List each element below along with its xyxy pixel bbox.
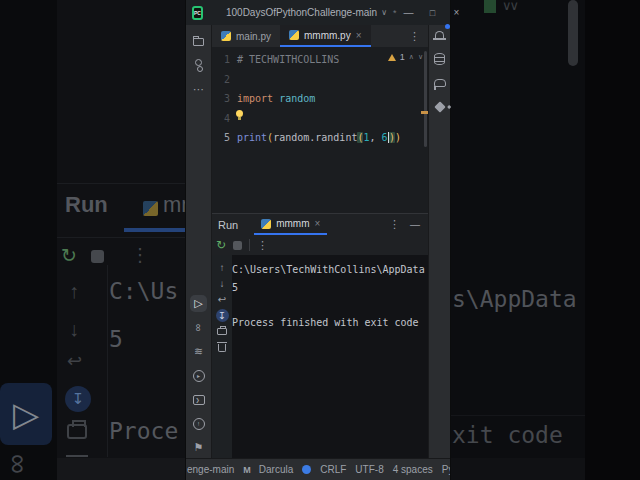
notifications-button[interactable] bbox=[431, 26, 448, 43]
line-number: 1 bbox=[212, 50, 230, 70]
todo-flag-icon: ⚑ bbox=[194, 441, 204, 454]
services-icon: ▸ bbox=[193, 370, 205, 382]
tab-mmmm-py[interactable]: mmmm.py × bbox=[280, 25, 371, 47]
python-icon bbox=[143, 201, 158, 216]
code-token: , bbox=[370, 132, 382, 143]
more-options-icon: ⋮ bbox=[131, 244, 149, 266]
editor-tab-bar: main.py mmmm.py × ⋮ bbox=[212, 25, 428, 47]
services-tool-button[interactable]: ▸ bbox=[190, 367, 207, 384]
database-tool-button[interactable] bbox=[431, 50, 448, 67]
problems-tool-button[interactable]: ! bbox=[190, 415, 207, 432]
python-file-icon bbox=[221, 31, 231, 41]
run-tab-mmmm[interactable]: mmmm × bbox=[254, 214, 327, 235]
gradle-tool-button[interactable] bbox=[431, 74, 448, 91]
print-icon[interactable] bbox=[216, 325, 229, 338]
background-console-text: s\AppData bbox=[452, 286, 577, 312]
scroll-to-end-icon[interactable]: ↧ bbox=[216, 309, 229, 322]
console-line: 5 bbox=[232, 279, 428, 297]
background-console-text: C:\Us bbox=[109, 278, 178, 304]
terminal-icon: ❯ bbox=[193, 395, 205, 405]
editor-scrollbar[interactable] bbox=[424, 51, 427, 147]
console-line: C:\Users\TechWithCollins\AppData bbox=[232, 261, 428, 279]
python-packages-tool-button[interactable]: ≋ bbox=[190, 343, 207, 360]
background-right-panel: ∨∨ s\AppData xit code bbox=[450, 0, 585, 480]
close-tab-icon[interactable]: × bbox=[356, 30, 362, 41]
titlebar[interactable]: PC 100DaysOfPythonChallenge-main ∨ * — □… bbox=[186, 0, 450, 25]
kebab-icon[interactable]: ⋮ bbox=[257, 239, 268, 252]
arrow-down-icon[interactable]: ↓ bbox=[216, 277, 229, 290]
python-console-icon: ∞ bbox=[193, 324, 205, 332]
tab-options-button[interactable]: ⋮ bbox=[401, 25, 428, 47]
file-encoding[interactable]: UTF-8 bbox=[355, 464, 383, 475]
hide-panel-icon[interactable]: — bbox=[410, 219, 420, 230]
console-gutter: ↑ ↓ ↩ ↧ bbox=[212, 255, 232, 458]
next-problem-icon[interactable]: ∨ bbox=[418, 53, 423, 61]
keyword-token: import bbox=[237, 93, 273, 104]
code-editor[interactable]: 1 # TECHWITHCOLLINS 2 3 import random 4 bbox=[212, 47, 428, 213]
rerun-icon: ↻ bbox=[61, 244, 77, 267]
stop-icon bbox=[91, 250, 104, 263]
problems-icon: ! bbox=[193, 418, 205, 430]
project-tool-button[interactable] bbox=[190, 33, 207, 50]
code-line: 4 bbox=[212, 109, 428, 129]
ai-assistant-button[interactable] bbox=[431, 98, 448, 115]
kebab-icon: ⋮ bbox=[409, 30, 420, 43]
run-tool-button[interactable]: ▷ bbox=[190, 295, 207, 312]
line-separator[interactable]: CRLF bbox=[320, 464, 346, 475]
bell-icon bbox=[435, 31, 444, 39]
rerun-icon[interactable]: ↻ bbox=[216, 239, 226, 251]
background-warning-widget bbox=[484, 0, 496, 13]
arrow-up-icon[interactable]: ↑ bbox=[216, 261, 229, 274]
line-number: 3 bbox=[212, 89, 230, 109]
background-console-text: xit code bbox=[452, 422, 563, 448]
status-dot-icon[interactable] bbox=[302, 465, 311, 474]
project-name-truncated[interactable]: enge-main bbox=[187, 464, 234, 475]
python-interpreter[interactable]: Python 3.12 (2) bbox=[442, 464, 450, 475]
python-file-icon bbox=[289, 30, 299, 40]
background-statusbar bbox=[57, 458, 186, 480]
code-line: 3 import random bbox=[212, 89, 428, 109]
todo-tool-button[interactable]: ⚑ bbox=[190, 439, 207, 456]
console-output[interactable]: C:\Users\TechWithCollins\AppData 5 Proce… bbox=[232, 255, 428, 458]
minimize-button[interactable]: — bbox=[397, 2, 421, 23]
commit-tool-button[interactable] bbox=[190, 57, 207, 74]
inspection-widget[interactable]: 1 ∧ ∨ bbox=[388, 52, 423, 62]
code-token: random.randint bbox=[273, 132, 357, 143]
chevron-down-icon[interactable]: ∨ bbox=[381, 8, 387, 17]
background-run-title: Run bbox=[65, 192, 108, 218]
divider bbox=[107, 265, 108, 457]
run-panel-controls: ⋮ — bbox=[389, 214, 428, 235]
kebab-icon[interactable]: ⋮ bbox=[389, 218, 400, 231]
prev-problem-icon[interactable]: ∧ bbox=[409, 53, 414, 61]
theme-name[interactable]: Darcula bbox=[259, 464, 293, 475]
more-tool-windows-button[interactable]: ⋯ bbox=[190, 81, 207, 98]
material-theme-icon: M bbox=[243, 465, 250, 475]
workspace: ⋯ ▷ ∞ ≋ ▸ ❯ ! ⚑ main.py bbox=[186, 25, 450, 458]
line-number: 4 bbox=[212, 109, 230, 129]
background-run-tool-tile: ▷ bbox=[0, 383, 52, 445]
stop-icon[interactable] bbox=[233, 241, 242, 250]
divider bbox=[249, 239, 250, 251]
code-line: 2 bbox=[212, 70, 428, 90]
clear-console-icon[interactable] bbox=[216, 341, 229, 354]
console-line bbox=[232, 296, 428, 314]
indent-setting[interactable]: 4 spaces bbox=[393, 464, 433, 475]
divider bbox=[57, 237, 186, 238]
line-number: 5 bbox=[212, 128, 230, 148]
tab-label: main.py bbox=[236, 31, 271, 42]
terminal-tool-button[interactable]: ❯ bbox=[190, 391, 207, 408]
window-controls: — □ × bbox=[397, 2, 469, 23]
tab-main-py[interactable]: main.py bbox=[212, 25, 280, 47]
sparkle-icon bbox=[434, 101, 445, 112]
soft-wrap-icon[interactable]: ↩ bbox=[216, 293, 229, 306]
maximize-button[interactable]: □ bbox=[421, 2, 445, 23]
scrollbar-warning-mark bbox=[421, 111, 428, 114]
python-console-tool-button[interactable]: ∞ bbox=[190, 319, 207, 336]
close-button[interactable]: × bbox=[445, 2, 469, 23]
intention-bulb-icon[interactable] bbox=[236, 110, 243, 117]
background-far-right bbox=[585, 0, 640, 480]
close-run-tab-icon[interactable]: × bbox=[315, 218, 321, 229]
play-icon: ▷ bbox=[194, 297, 202, 310]
background-console-text: Proce bbox=[109, 418, 178, 444]
screen: ▷ ∞ Run mm ↻ ⋮ ↑ ↓ ↩ ↧ C:\Us 5 Proce ∨∨ … bbox=[0, 0, 640, 480]
